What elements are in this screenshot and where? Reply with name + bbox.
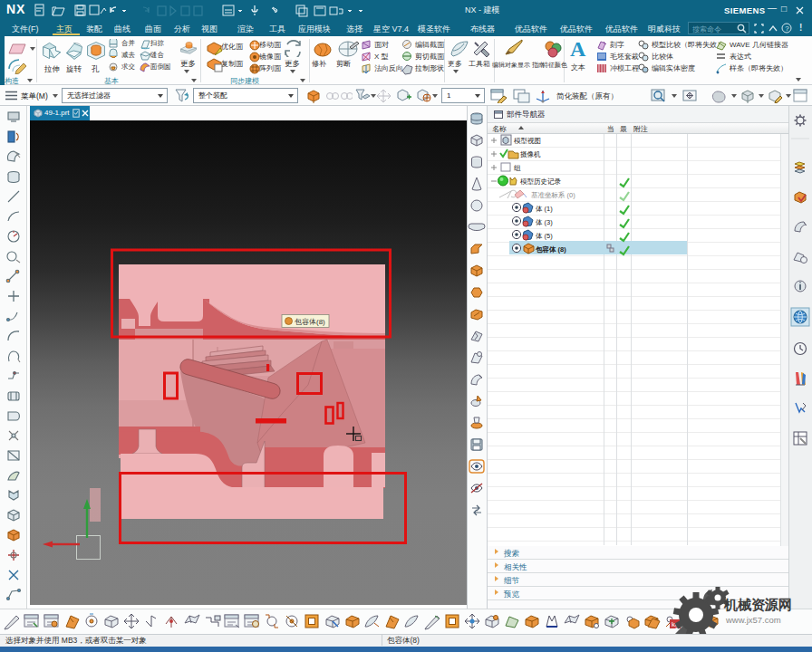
svg-text:组: 组 bbox=[514, 164, 521, 172]
svg-text:体 (1): 体 (1) bbox=[536, 205, 553, 213]
svg-text:模型视图: 模型视图 bbox=[514, 137, 541, 145]
svg-text:体 (5): 体 (5) bbox=[536, 232, 553, 240]
svg-text:包容体(8): 包容体(8) bbox=[295, 318, 325, 326]
svg-text:www.jx57.com: www.jx57.com bbox=[725, 615, 781, 625]
svg-text:包容体 (8): 包容体 (8) bbox=[535, 245, 566, 254]
svg-text:基准坐标系 (0): 基准坐标系 (0) bbox=[531, 191, 575, 199]
svg-text:?: ? bbox=[785, 24, 789, 33]
svg-text:机械资源网: 机械资源网 bbox=[723, 597, 792, 612]
svg-text:摄像机: 摄像机 bbox=[520, 150, 541, 158]
svg-text:体 (3): 体 (3) bbox=[536, 218, 553, 226]
svg-text:模型历史记录: 模型历史记录 bbox=[520, 177, 562, 186]
